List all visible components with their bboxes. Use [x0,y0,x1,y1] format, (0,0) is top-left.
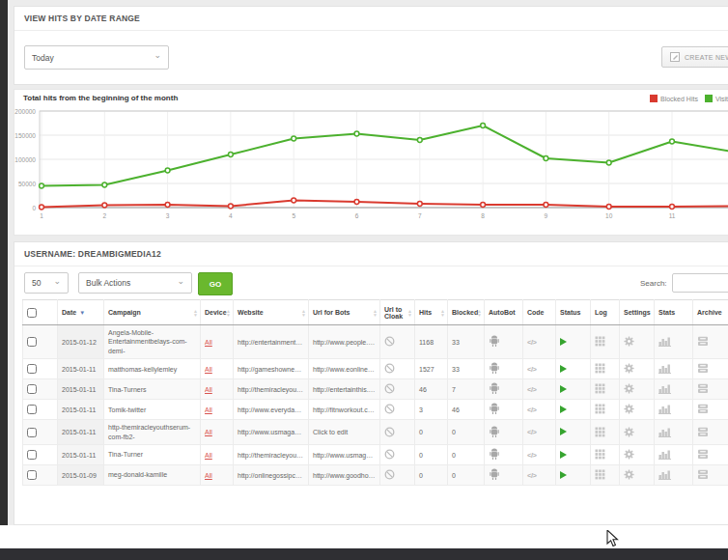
device-all-link[interactable]: All [205,472,212,479]
url-to-cloak-cell[interactable] [380,379,415,400]
settings-cell[interactable] [620,325,655,359]
stats-cell[interactable] [655,445,693,465]
device-all-link[interactable]: All [205,406,212,413]
device-all-link[interactable]: All [205,339,212,346]
device-all-link[interactable]: All [205,452,212,459]
gear-icon [624,427,634,437]
website-cell: http://gameshownews.net [234,359,309,379]
date-range-select[interactable]: Today ⌄ [24,45,169,70]
search-input[interactable] [672,273,728,293]
ban-icon [384,404,395,414]
chart-legend: Blocked Hits Visitors [650,95,728,102]
status-cell[interactable] [556,445,591,465]
status-cell[interactable] [556,400,591,420]
stats-cell[interactable] [655,420,693,445]
autobot-cell[interactable] [485,359,523,379]
code-cell[interactable] [523,420,556,445]
archive-cell[interactable] [693,379,728,400]
column-header-website[interactable]: Website [234,300,309,325]
stats-cell[interactable] [655,465,693,486]
autobot-cell[interactable] [485,465,523,486]
code-icon [527,451,536,460]
row-checkbox[interactable] [27,428,37,437]
stats-cell[interactable] [655,400,693,420]
column-header-status: Status [556,300,591,325]
settings-cell[interactable] [620,400,655,420]
row-checkbox[interactable] [27,364,37,374]
bulk-actions-select[interactable]: Bulk Actions ⌄ [78,272,192,294]
device-all-link[interactable]: All [205,429,212,435]
column-header-blocked[interactable]: Blocked [448,300,485,325]
android-robot-icon [489,448,500,461]
log-cell[interactable] [591,400,620,420]
column-header-url-to-cloak[interactable]: Url to Cloak [380,300,415,325]
code-cell[interactable] [523,325,556,359]
autobot-cell[interactable] [485,325,523,359]
campaign-cell: Tina-Turner [104,445,201,465]
stats-cell[interactable] [655,379,693,400]
table-header-row: Date Campaign Device Website Url for Bot… [23,300,728,325]
log-cell[interactable] [591,359,620,379]
device-all-link[interactable]: All [205,366,212,373]
bulk-actions-value: Bulk Actions [86,278,130,288]
settings-cell[interactable] [620,445,655,465]
column-header-campaign[interactable]: Campaign [104,300,201,325]
page-size-select[interactable]: 50 ⌄ [24,272,69,294]
code-cell[interactable] [523,465,556,486]
archive-cell[interactable] [693,465,728,486]
autobot-cell[interactable] [485,379,523,400]
log-cell[interactable] [591,420,620,445]
create-new-campaign-label: CREATE NEW CAMPAIGN [685,54,728,61]
archive-cell[interactable] [693,420,728,445]
url-to-cloak-cell[interactable] [380,465,415,486]
code-cell[interactable] [523,359,556,379]
column-header-url-for-bots[interactable]: Url for Bots [309,300,380,325]
row-checkbox[interactable] [27,470,37,480]
status-cell[interactable] [556,325,591,359]
column-header-date[interactable]: Date [58,300,104,325]
archive-cell[interactable] [693,359,728,379]
log-cell[interactable] [591,445,620,465]
settings-cell[interactable] [620,379,655,400]
stats-cell[interactable] [655,325,693,359]
go-button[interactable]: GO [198,272,233,295]
android-robot-icon [489,468,500,481]
log-cell[interactable] [591,325,620,359]
status-cell[interactable] [556,420,591,445]
archive-cell[interactable] [693,325,728,359]
url-to-cloak-cell[interactable] [380,400,415,420]
row-checkbox[interactable] [27,337,37,347]
code-cell[interactable] [523,379,556,400]
url-to-cloak-cell[interactable] [380,325,415,359]
row-checkbox[interactable] [27,450,37,460]
autobot-cell[interactable] [485,445,523,465]
status-cell[interactable] [556,359,591,379]
row-checkbox[interactable] [27,384,37,394]
status-cell[interactable] [556,465,591,486]
column-header-device[interactable]: Device [201,300,234,325]
log-cell[interactable] [591,379,620,400]
status-cell[interactable] [556,379,591,400]
settings-cell[interactable] [620,465,655,486]
select-all-checkbox[interactable] [27,308,37,318]
url-to-cloak-cell[interactable] [380,359,415,379]
archive-cell[interactable] [693,445,728,465]
left-edge-strip [0,0,8,525]
code-cell[interactable] [523,445,556,465]
row-checkbox[interactable] [27,405,37,414]
log-grid-icon [595,449,605,460]
code-icon [527,406,536,414]
stats-cell[interactable] [655,359,693,379]
log-cell[interactable] [591,465,620,486]
autobot-cell[interactable] [485,400,523,420]
url-to-cloak-cell[interactable] [380,420,415,445]
device-all-link[interactable]: All [205,386,212,393]
autobot-cell[interactable] [485,420,523,445]
create-new-campaign-button[interactable]: CREATE NEW CAMPAIGN [661,46,728,68]
archive-cell[interactable] [693,400,728,420]
code-cell[interactable] [523,400,556,420]
url-to-cloak-cell[interactable] [380,445,415,465]
column-header-hits[interactable]: Hits [415,300,448,325]
settings-cell[interactable] [620,420,655,445]
settings-cell[interactable] [620,359,655,379]
